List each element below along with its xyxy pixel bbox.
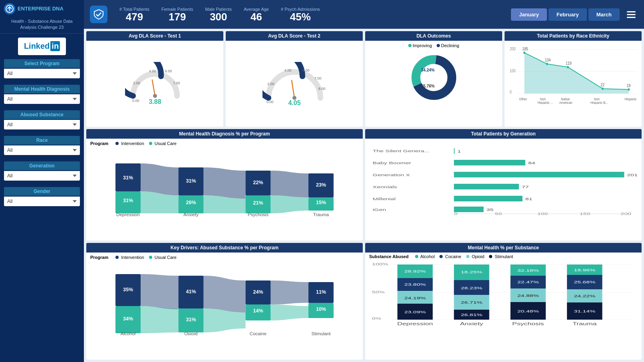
filter-generation: Generation All	[0, 161, 84, 184]
svg-text:0%: 0%	[372, 316, 382, 320]
filter-mhd: Mental Health Diagnosis All Depression A…	[0, 85, 84, 107]
svg-text:American: American	[559, 100, 572, 104]
svg-text:50: 50	[495, 212, 502, 215]
svg-text:Psychosis: Psychosis	[248, 212, 268, 217]
svg-text:100: 100	[510, 69, 516, 73]
svg-text:84: 84	[528, 161, 535, 165]
svg-text:21%: 21%	[253, 200, 263, 206]
substance-stream-content: Program Intervention Usual Care 35% 34%	[86, 253, 363, 338]
svg-text:41%: 41%	[186, 289, 196, 294]
donut-svg: 34.24% 65.76%	[406, 50, 462, 101]
panel-race: Total Patients by Race Ethnicity 200 100…	[505, 31, 642, 127]
mhd-content: Program Intervention Usual Care 31% 31%	[86, 139, 363, 220]
svg-text:26%: 26%	[186, 200, 196, 205]
mh-sub-svg: 100% 50% 0%	[369, 261, 638, 336]
substance-stream-svg: 35% 34% 41% 31%	[90, 261, 359, 335]
svg-text:35: 35	[487, 208, 494, 212]
svg-text:31%: 31%	[186, 317, 196, 322]
month-january-button[interactable]: January	[511, 8, 547, 21]
filter-mhd-select[interactable]: All Depression Anxiety Psychosis Trauma	[4, 94, 80, 104]
svg-text:24%: 24%	[253, 289, 263, 295]
svg-text:20.48%: 20.48%	[517, 309, 539, 313]
svg-text:77: 77	[522, 185, 529, 189]
panel-outcomes-header: DLA Outcomes	[365, 31, 502, 41]
svg-text:31%: 31%	[123, 175, 133, 181]
stat-total-patients: # Total Patients 479	[119, 7, 149, 22]
svg-text:6.00: 6.00	[302, 68, 310, 72]
svg-text:31%: 31%	[123, 198, 133, 203]
linkedin-logo: Linkedin	[18, 38, 66, 55]
svg-text:22%: 22%	[253, 180, 263, 185]
svg-text:18.96%: 18.96%	[574, 268, 596, 272]
svg-point-30	[546, 63, 548, 65]
svg-point-31	[567, 66, 569, 68]
stat-age: Average Age 46	[244, 7, 269, 22]
sidebar-header: ENTERPRISE DNA	[0, 0, 84, 17]
month-filters: January February March	[511, 8, 638, 21]
svg-text:Trauma: Trauma	[313, 212, 329, 217]
panel-mh-substance: Mental Health % per Substance Substance …	[365, 243, 642, 360]
filter-gender-label: Gender	[4, 187, 80, 196]
svg-text:14%: 14%	[253, 308, 263, 314]
panel-substance-header: Key Drivers: Abused Substance % per Prog…	[86, 243, 363, 253]
panel-dla2: Avg DLA Score - Test 2 0.00 2.00 4.00 6.…	[226, 31, 363, 127]
svg-text:81: 81	[525, 197, 533, 201]
svg-text:24.22%: 24.22%	[574, 294, 596, 298]
race-chart-svg: 200 100 0	[507, 42, 639, 104]
svg-text:1: 1	[457, 149, 461, 153]
dashboard-grid: Avg DLA Score - Test 1 0.00 2.00 4.00 6.…	[84, 29, 644, 362]
svg-text:Depression: Depression	[116, 212, 139, 217]
declining-legend: Declining	[437, 43, 459, 48]
svg-text:26.71%: 26.71%	[461, 300, 483, 304]
svg-text:Generation X: Generation X	[373, 173, 410, 177]
svg-point-7	[153, 94, 157, 98]
mh-substance-content: Substance Abused Alcohol Cocaine Opioid …	[365, 253, 642, 339]
svg-text:7.00: 7.00	[173, 81, 180, 85]
svg-text:22.47%: 22.47%	[517, 280, 539, 284]
svg-text:0: 0	[454, 212, 457, 215]
top-row: Avg DLA Score - Test 1 0.00 2.00 4.00 6.…	[86, 31, 642, 127]
svg-text:50%: 50%	[372, 290, 385, 294]
svg-text:Psychosis: Psychosis	[512, 322, 544, 326]
program-label: Program	[90, 141, 108, 146]
filter-substance-select[interactable]: All Alcohol Cocaine Opioid Stimulant	[4, 120, 80, 129]
svg-text:100: 100	[537, 212, 548, 215]
svg-point-33	[628, 88, 630, 91]
svg-rect-81	[454, 196, 523, 201]
month-march-button[interactable]: March	[588, 8, 620, 21]
filter-gender-select[interactable]: All Male Female	[4, 197, 80, 206]
svg-text:iGen: iGen	[373, 208, 386, 212]
svg-text:4.00: 4.00	[284, 68, 292, 72]
topbar: # Total Patients 479 Female Patients 179…	[84, 0, 644, 29]
panel-dla1: Avg DLA Score - Test 1 0.00 2.00 4.00 6.…	[86, 31, 223, 127]
svg-text:Anxiety: Anxiety	[460, 322, 483, 326]
filter-program-select[interactable]: All Intervention Usual Care	[4, 69, 80, 78]
gen-content: The Silent Genera... Baby Boomer Generat…	[365, 139, 642, 219]
svg-text:Millenial: Millenial	[373, 197, 396, 201]
filter-generation-select[interactable]: All	[4, 171, 80, 181]
filter-race-select[interactable]: All	[4, 145, 80, 155]
hamburger-menu[interactable]	[624, 9, 638, 20]
panel-outcomes: DLA Outcomes Improving Declining	[365, 31, 502, 127]
month-february-button[interactable]: February	[549, 8, 587, 21]
svg-text:34%: 34%	[123, 316, 133, 322]
stat-psych-value: 45%	[290, 12, 311, 22]
svg-text:Alcohol: Alcohol	[121, 331, 136, 335]
svg-rect-83	[454, 207, 483, 212]
filter-substance-label: Abused Substance	[4, 110, 80, 119]
svg-text:119: 119	[566, 61, 572, 66]
svg-text:4.00: 4.00	[149, 69, 156, 73]
svg-text:Cocaine: Cocaine	[250, 331, 266, 335]
svg-text:201: 201	[627, 173, 638, 177]
svg-rect-73	[454, 148, 455, 154]
panel-dla1-header: Avg DLA Score - Test 1	[86, 31, 223, 41]
svg-text:150: 150	[580, 212, 590, 215]
svg-text:Depression: Depression	[397, 322, 433, 326]
svg-text:34.24%: 34.24%	[421, 68, 435, 72]
shield-icon	[90, 6, 107, 23]
brand-name: ENTERPRISE DNA	[18, 6, 64, 12]
svg-text:Hispanic: Hispanic	[624, 97, 636, 101]
filter-gender: Gender All Male Female	[0, 187, 84, 209]
svg-text:31%: 31%	[186, 178, 196, 184]
svg-line-6	[152, 80, 155, 96]
